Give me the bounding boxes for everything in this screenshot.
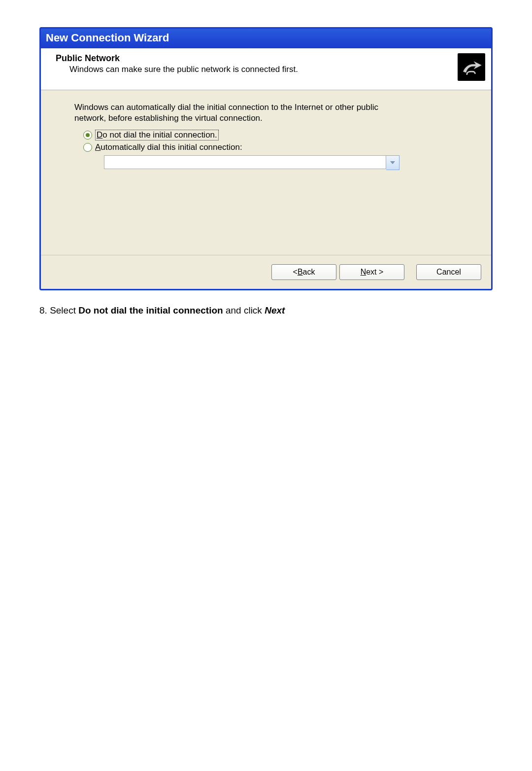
wizard-body: Windows can automatically dial the initi… — [41, 90, 491, 255]
radio-label-text: o not dial the initial connection. — [102, 130, 217, 140]
body-description: Windows can automatically dial the initi… — [74, 102, 409, 124]
page-subtitle: Windows can make sure the public network… — [69, 65, 454, 74]
cancel-label: Cancel — [436, 268, 461, 277]
radio-label: Automatically dial this initial connecti… — [95, 142, 242, 152]
radio-group: Do not dial the initial connection. Auto… — [83, 130, 477, 170]
radio-auto-dial[interactable]: Automatically dial this initial connecti… — [83, 142, 477, 152]
back-rest: ack — [303, 268, 315, 277]
mnemonic-a: A — [95, 142, 100, 152]
dropdown-field[interactable] — [104, 155, 386, 169]
cancel-button[interactable]: Cancel — [416, 264, 481, 280]
wizard-window: New Connection Wizard Public Network Win… — [39, 27, 493, 290]
radio-button-selected-icon — [83, 131, 92, 140]
page-title: Public Network — [56, 53, 454, 64]
instruction-bold: Do not dial the initial connection — [78, 305, 223, 315]
wizard-footer: < Back Next > Cancel — [41, 255, 491, 289]
network-handshake-icon — [458, 53, 485, 81]
connection-dropdown[interactable] — [104, 155, 399, 170]
wizard-header: Public Network Windows can make sure the… — [41, 48, 491, 90]
instruction-mid: and click — [223, 305, 265, 315]
mnemonic-n: N — [361, 268, 366, 277]
radio-button-unselected-icon — [83, 143, 92, 152]
titlebar: New Connection Wizard — [41, 29, 491, 48]
chevron-down-icon[interactable] — [386, 155, 399, 170]
step-number: 8. — [39, 305, 50, 315]
back-button[interactable]: < Back — [271, 264, 336, 280]
radio-label-focused: Do not dial the initial connection. — [95, 130, 219, 140]
instruction-step-8: 8. Select Do not dial the initial connec… — [39, 305, 532, 316]
next-button[interactable]: Next > — [339, 264, 404, 280]
instruction-pre: Select — [50, 305, 78, 315]
window-title: New Connection Wizard — [46, 32, 169, 44]
mnemonic-d: D — [97, 130, 102, 140]
radio-label-text: utomatically dial this initial connectio… — [100, 142, 242, 152]
header-text-block: Public Network Windows can make sure the… — [56, 53, 454, 74]
mnemonic-b: B — [298, 268, 303, 277]
instruction-italic: Next — [265, 305, 285, 315]
next-rest: ext > — [366, 268, 383, 277]
back-pre: < — [293, 268, 298, 277]
radio-do-not-dial[interactable]: Do not dial the initial connection. — [83, 130, 477, 140]
